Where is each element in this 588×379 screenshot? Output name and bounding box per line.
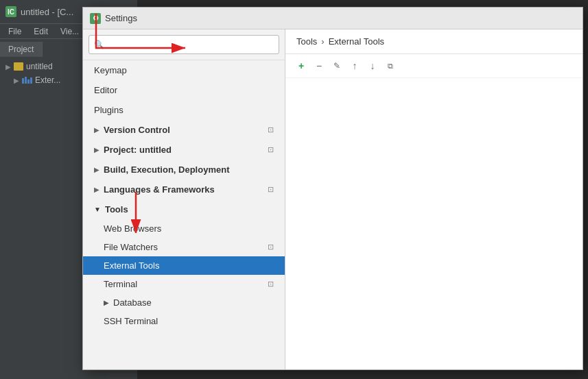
- nav-arrow-proj: ▶: [94, 146, 99, 154]
- settings-sidebar: 🔍 Keymap Editor: [83, 29, 285, 369]
- nav-arrow-vc: ▶: [94, 126, 99, 134]
- settings-content: Tools › External Tools + − ✎ ↑ ↓ ⧉: [285, 29, 583, 369]
- nav-label-languages: Languages & Frameworks: [104, 184, 215, 195]
- ide-icon: IC: [5, 6, 16, 17]
- nav-arrow-db: ▶: [104, 299, 109, 306]
- settings-titlebar: ⚙ Settings: [83, 8, 583, 29]
- breadcrumb-parent: Tools: [296, 36, 317, 47]
- nav-item-languages[interactable]: ▶ Languages & Frameworks ⊡: [83, 180, 285, 199]
- nav-subitem-terminal[interactable]: Terminal ⊡: [83, 275, 285, 293]
- edit-tool-button[interactable]: ✎: [329, 58, 344, 73]
- content-header: Tools › External Tools: [285, 29, 583, 54]
- nav-arrow-tools: ▼: [94, 206, 101, 213]
- nav-subitem-file-watchers[interactable]: File Watchers ⊡: [83, 238, 285, 256]
- search-icon: 🔍: [94, 40, 104, 49]
- nav-label-file-watchers: File Watchers: [104, 242, 158, 252]
- settings-nav: Keymap Editor Plugins: [83, 60, 285, 369]
- nav-arrow-build: ▶: [94, 166, 99, 173]
- nav-icon-project: ⊡: [268, 145, 274, 154]
- nav-label-project: Project: untitled: [104, 145, 172, 155]
- settings-dialog: ⚙ Settings 🔍 Keymap: [82, 7, 583, 370]
- nav-label-vc: Version Control: [104, 125, 170, 135]
- nav-icon-vc: ⊡: [268, 125, 274, 134]
- nav-item-version-control[interactable]: ▶ Version Control ⊡: [83, 120, 285, 140]
- nav-item-plugins[interactable]: Plugins: [83, 100, 285, 120]
- tree-arrow: ▶: [5, 63, 11, 71]
- tree-label-external: Exter...: [35, 75, 60, 85]
- settings-icon: ⚙: [90, 13, 101, 24]
- ide-title: untitled - [C...: [21, 7, 73, 17]
- tree-arrow-2: ▶: [14, 77, 19, 84]
- nav-item-editor[interactable]: Editor: [83, 80, 285, 100]
- add-tool-button[interactable]: +: [294, 58, 309, 73]
- tree-label-untitled: untitled: [26, 62, 53, 71]
- nav-subitem-database[interactable]: ▶ Database: [83, 293, 285, 312]
- toolbar-row: + − ✎ ↑ ↓ ⧉: [285, 54, 583, 78]
- nav-subitem-web-browsers[interactable]: Web Browsers: [83, 219, 285, 238]
- nav-subitem-external-tools[interactable]: External Tools: [83, 256, 285, 275]
- search-wrapper: 🔍: [89, 35, 279, 54]
- menu-edit[interactable]: Edit: [28, 25, 54, 38]
- nav-icon-file-watchers: ⊡: [268, 243, 274, 252]
- nav-arrow-lang: ▶: [94, 186, 99, 193]
- move-down-button[interactable]: ↓: [365, 58, 380, 73]
- content-area: [285, 78, 583, 369]
- project-tab[interactable]: Project: [0, 42, 43, 57]
- nav-label-web-browsers: Web Browsers: [104, 223, 161, 234]
- nav-icon-terminal: ⊡: [268, 280, 274, 289]
- bars-icon: [22, 77, 32, 84]
- nav-label-build: Build, Execution, Deployment: [104, 164, 229, 175]
- nav-label-ssh-terminal: SSH Terminal: [104, 316, 158, 326]
- nav-label-tools: Tools: [105, 204, 128, 215]
- nav-item-project[interactable]: ▶ Project: untitled ⊡: [83, 140, 285, 160]
- folder-icon: [14, 62, 23, 71]
- nav-item-keymap[interactable]: Keymap: [83, 60, 285, 80]
- nav-label-database: Database: [113, 297, 152, 308]
- nav-subitem-ssh-terminal[interactable]: SSH Terminal: [83, 312, 285, 330]
- copy-button[interactable]: ⧉: [383, 58, 398, 73]
- nav-item-tools[interactable]: ▼ Tools: [83, 199, 285, 219]
- nav-label-plugins: Plugins: [94, 105, 124, 115]
- breadcrumb-child: External Tools: [329, 36, 384, 47]
- nav-label-external-tools: External Tools: [104, 260, 159, 271]
- settings-title: Settings: [105, 13, 137, 23]
- nav-label-terminal: Terminal: [104, 279, 137, 289]
- breadcrumb-separator: ›: [321, 36, 324, 47]
- move-up-button[interactable]: ↑: [347, 58, 362, 73]
- remove-tool-button[interactable]: −: [311, 58, 327, 73]
- settings-search-input[interactable]: [89, 35, 279, 54]
- menu-view[interactable]: Vie...: [55, 25, 84, 38]
- menu-file[interactable]: File: [3, 25, 27, 38]
- nav-label-keymap: Keymap: [94, 65, 127, 75]
- nav-item-build[interactable]: ▶ Build, Execution, Deployment: [83, 160, 285, 180]
- settings-body: 🔍 Keymap Editor: [83, 29, 583, 369]
- nav-icon-lang: ⊡: [268, 185, 274, 194]
- nav-label-editor: Editor: [94, 85, 117, 95]
- settings-search-area: 🔍: [83, 29, 285, 60]
